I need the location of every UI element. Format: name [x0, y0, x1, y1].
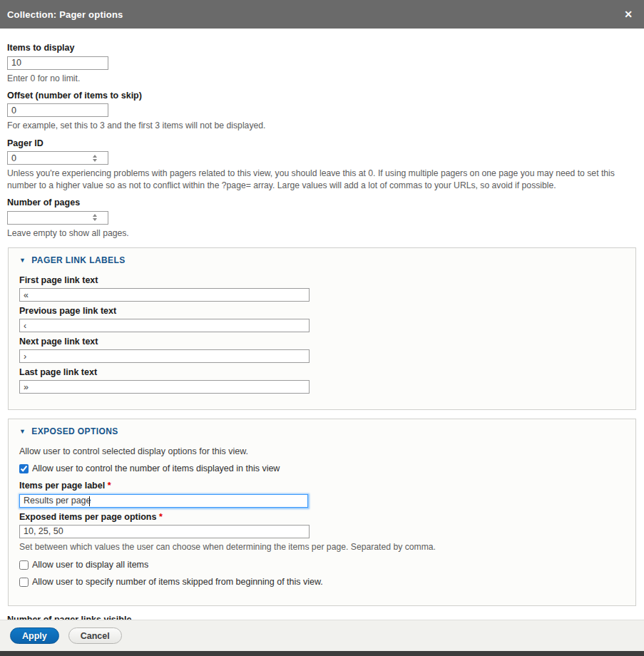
- next-page-link-field: Next page link text: [19, 337, 625, 363]
- required-asterisk: *: [108, 481, 111, 491]
- modal-footer: Apply Cancel: [0, 620, 644, 651]
- exposed-items-options-input[interactable]: [19, 525, 310, 538]
- page-background-strip: [0, 651, 644, 656]
- next-page-link-label: Next page link text: [19, 337, 625, 347]
- pager-link-labels-legend[interactable]: ▼ PAGER LINK LABELS: [19, 255, 625, 265]
- control-items-checkbox-row: Allow user to control the number of item…: [19, 463, 625, 473]
- exposed-options-intro: Allow user to control selected display o…: [19, 446, 625, 456]
- exposed-options-legend[interactable]: ▼ EXPOSED OPTIONS: [19, 426, 625, 436]
- modal-header: Collection: Pager options ✕: [0, 0, 644, 29]
- number-spinner-icon[interactable]: [93, 155, 97, 162]
- items-to-display-input[interactable]: [7, 56, 108, 70]
- exposed-items-options-label: Exposed items per page options *: [19, 512, 625, 522]
- collapse-arrow-icon: ▼: [19, 257, 26, 264]
- last-page-link-label: Last page link text: [19, 367, 625, 377]
- display-all-checkbox-row: Allow user to display all items: [19, 560, 625, 570]
- previous-page-link-field: Previous page link text: [19, 306, 625, 332]
- display-all-checkbox[interactable]: [19, 560, 29, 570]
- last-page-link-input[interactable]: [19, 380, 310, 394]
- first-page-link-label: First page link text: [19, 275, 625, 285]
- offset-label: Offset (number of items to skip): [7, 91, 637, 101]
- pager-options-modal: Collection: Pager options ✕ Items to dis…: [0, 0, 644, 656]
- skip-items-checkbox[interactable]: [19, 578, 29, 587]
- number-spinner-icon[interactable]: [93, 214, 97, 221]
- last-page-link-field: Last page link text: [19, 367, 625, 394]
- control-items-checkbox[interactable]: [19, 464, 29, 473]
- offset-field: Offset (number of items to skip) For exa…: [7, 91, 637, 132]
- offset-input[interactable]: [7, 103, 108, 117]
- previous-page-link-input[interactable]: [19, 319, 310, 332]
- pager-id-description: Unless you're experiencing problems with…: [7, 168, 635, 191]
- modal-title: Collection: Pager options: [7, 9, 123, 20]
- number-of-pages-field: Number of pages Leave empty to show all …: [7, 198, 637, 239]
- display-all-checkbox-label: Allow user to display all items: [32, 560, 148, 570]
- first-page-link-field: First page link text: [19, 275, 625, 302]
- close-icon[interactable]: ✕: [621, 8, 635, 21]
- number-of-pages-description: Leave empty to show all pages.: [7, 227, 635, 239]
- text-cursor: [89, 496, 90, 506]
- pager-id-field: Pager ID Unless you're experiencing prob…: [7, 138, 637, 191]
- pager-link-labels-legend-text: PAGER LINK LABELS: [31, 255, 125, 265]
- modal-content: Items to display Enter 0 for no limit. O…: [0, 29, 644, 620]
- apply-button[interactable]: Apply: [10, 627, 59, 644]
- exposed-options-legend-text: EXPOSED OPTIONS: [31, 426, 118, 436]
- first-page-link-input[interactable]: [19, 288, 310, 302]
- items-per-page-label-input[interactable]: [19, 494, 308, 508]
- links-visible-label: Number of pager links visible: [7, 615, 637, 620]
- required-asterisk: *: [159, 512, 163, 522]
- number-of-pages-label: Number of pages: [7, 198, 637, 207]
- exposed-items-options-description: Set between which values the user can ch…: [19, 541, 625, 553]
- next-page-link-input[interactable]: [19, 349, 310, 363]
- cancel-button[interactable]: Cancel: [68, 627, 122, 644]
- exposed-items-options-field: Exposed items per page options * Set bet…: [19, 512, 625, 553]
- items-to-display-label: Items to display: [7, 43, 637, 53]
- links-visible-field: Number of pager links visible Specify th…: [7, 615, 637, 620]
- items-per-page-label-field: Items per page label *: [19, 481, 625, 508]
- collapse-arrow-icon: ▼: [19, 428, 26, 435]
- items-per-page-label-label: Items per page label *: [19, 481, 625, 491]
- previous-page-link-label: Previous page link text: [19, 306, 625, 316]
- pager-id-label: Pager ID: [7, 138, 637, 148]
- skip-items-checkbox-label: Allow user to specify number of items sk…: [32, 577, 323, 587]
- skip-items-checkbox-row: Allow user to specify number of items sk…: [19, 577, 625, 587]
- items-to-display-description: Enter 0 for no limit.: [7, 73, 635, 84]
- exposed-options-fieldset: ▼ EXPOSED OPTIONS Allow user to control …: [8, 419, 636, 606]
- control-items-checkbox-label: Allow user to control the number of item…: [32, 463, 280, 473]
- offset-description: For example, set this to 3 and the first…: [7, 120, 635, 131]
- pager-link-labels-fieldset: ▼ PAGER LINK LABELS First page link text…: [8, 247, 636, 410]
- items-to-display-field: Items to display Enter 0 for no limit.: [7, 43, 637, 84]
